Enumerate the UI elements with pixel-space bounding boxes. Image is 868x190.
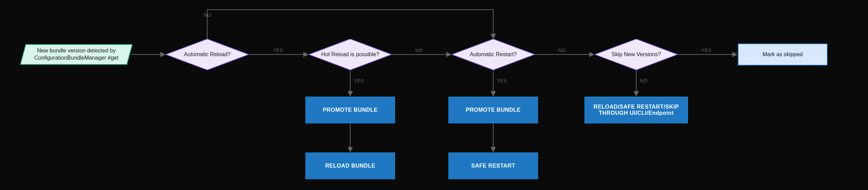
action-promote-bundle-2: PROMOTE BUNDLE <box>448 97 538 123</box>
decision-automatic-restart: Automatic Restart? <box>452 39 535 70</box>
edge-label-yes: YES <box>273 48 283 53</box>
edge-label-no: NO <box>415 48 423 53</box>
edge-label-no: NO <box>640 78 647 83</box>
decision-hot-reload: Hot Reload is possible? <box>309 39 392 70</box>
action-label: SAFE RESTART <box>471 163 515 169</box>
action-label: RELOAD/SAFE RESTART/SKIP THROUGH UI/CLI/… <box>589 104 684 116</box>
decision-label: Hot Reload is possible? <box>321 51 379 58</box>
terminator-skipped: Mark as skipped <box>738 43 828 66</box>
action-reload-bundle: RELOAD BUNDLE <box>305 152 395 179</box>
terminator-label: Mark as skipped <box>763 51 803 58</box>
action-label: PROMOTE BUNDLE <box>466 107 521 113</box>
decision-automatic-reload: Automatic Reload? <box>166 39 249 70</box>
start-node: New bundle version detected by Configura… <box>20 44 133 65</box>
decision-label: Skip New Versions? <box>612 51 661 58</box>
edge-label-no: NO <box>204 12 211 18</box>
action-promote-bundle-1: PROMOTE BUNDLE <box>305 97 395 123</box>
decision-label: Automatic Restart? <box>470 51 517 58</box>
action-label: PROMOTE BUNDLE <box>323 107 378 113</box>
action-manual: RELOAD/SAFE RESTART/SKIP THROUGH UI/CLI/… <box>584 97 688 123</box>
edge-label-yes: YES <box>701 48 712 53</box>
action-label: RELOAD BUNDLE <box>325 163 375 169</box>
edge-label-yes: YES <box>497 78 507 83</box>
start-label: New bundle version detected by Configura… <box>30 47 122 62</box>
edge-label-no: NO <box>558 48 566 53</box>
edge-label-yes: YES <box>354 78 364 83</box>
decision-label: Automatic Reload? <box>184 51 230 58</box>
decision-skip-versions: Skip New Versions? <box>595 39 678 70</box>
edges-layer <box>0 0 868 190</box>
action-safe-restart: SAFE RESTART <box>448 152 538 179</box>
